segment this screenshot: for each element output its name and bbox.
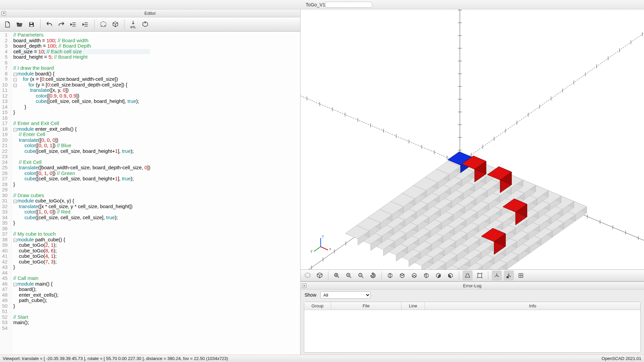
svg-rect-432 [478, 274, 482, 278]
zoom-out-icon[interactable] [356, 270, 366, 281]
zoom-fit-icon[interactable] [332, 270, 342, 281]
svg-line-4 [301, 72, 460, 163]
svg-text:x: x [329, 247, 331, 251]
editor-title: Editor [145, 11, 156, 16]
save-file-button[interactable] [26, 19, 37, 30]
svg-text:y: y [311, 249, 313, 253]
view-left-icon[interactable] [421, 270, 431, 281]
render-icon[interactable] [315, 270, 325, 281]
svg-line-424 [314, 247, 321, 251]
unindent-button[interactable] [68, 19, 79, 30]
right-panel: xyz 10 ✕ Error-Log [301, 9, 644, 355]
preview-icon[interactable] [303, 270, 313, 281]
view-bottom-icon[interactable] [409, 270, 419, 281]
errorlog-show-label: Show [305, 292, 316, 298]
view-top-icon[interactable] [397, 270, 407, 281]
view-front-icon[interactable] [433, 270, 443, 281]
indent-button[interactable] [80, 19, 91, 30]
view-toolbar: 10 [301, 269, 644, 282]
errorlog-title: Error-Log [463, 283, 482, 288]
statusbar: Viewport: translate = [ -20.35 39.39 45.… [0, 355, 644, 362]
preview-button[interactable] [98, 19, 109, 30]
svg-rect-0 [30, 22, 33, 24]
statusbar-right: OpenSCAD 2021.01 [601, 356, 641, 361]
errorlog-header: ✕ Error-Log [301, 282, 644, 290]
open-file-button[interactable] [14, 19, 25, 30]
editor-toolbar: STL [0, 17, 300, 32]
orthographic-icon[interactable] [475, 270, 485, 281]
titlebar-search[interactable] [325, 2, 372, 8]
redo-button[interactable] [56, 19, 67, 30]
render-button[interactable] [110, 19, 121, 30]
svg-line-423 [321, 247, 328, 250]
errorlog-table: Group File Line Info [304, 302, 641, 353]
undo-button[interactable] [44, 19, 55, 30]
errorlog-filter-select[interactable]: All [320, 291, 371, 299]
col-info[interactable]: Info [425, 302, 640, 310]
editor-header: ✕ Editor [0, 9, 300, 17]
svg-rect-1 [30, 25, 33, 26]
editor-panel: ✕ Editor STL 123456789101112131415161718… [0, 9, 301, 355]
col-group[interactable]: Group [304, 302, 331, 310]
svg-text:10: 10 [506, 276, 509, 278]
view-back-icon[interactable] [445, 270, 455, 281]
titlebar: ToGo_V1.scad* [0, 0, 644, 9]
send-to-printer-button[interactable] [140, 19, 151, 30]
export-stl-button[interactable]: STL [128, 19, 139, 30]
statusbar-left: Viewport: translate = [ -20.35 39.39 45.… [3, 356, 228, 361]
errorlog-body [304, 310, 640, 352]
zoom-in-icon[interactable] [344, 270, 354, 281]
3d-viewport[interactable]: xyz [301, 9, 644, 269]
editor-close-button[interactable]: ✕ [1, 11, 6, 16]
col-line[interactable]: Line [401, 302, 425, 310]
svg-text:z: z [322, 234, 324, 238]
perspective-icon[interactable] [463, 270, 473, 281]
new-file-button[interactable] [2, 19, 13, 30]
errorlog-close-button[interactable]: ✕ [302, 283, 307, 288]
show-axes-icon[interactable] [492, 270, 502, 281]
code-editor[interactable]: 1234567891011121314151617181920212223242… [0, 32, 300, 355]
reset-view-icon[interactable] [368, 270, 378, 281]
errorlog-controls: Show All [301, 290, 644, 300]
show-crosshair-icon[interactable] [516, 270, 526, 281]
show-scale-icon[interactable]: 10 [504, 270, 514, 281]
col-file[interactable]: File [331, 302, 401, 310]
svg-line-40 [460, 26, 644, 163]
svg-text:STL: STL [130, 25, 137, 29]
view-right-icon[interactable] [385, 270, 395, 281]
